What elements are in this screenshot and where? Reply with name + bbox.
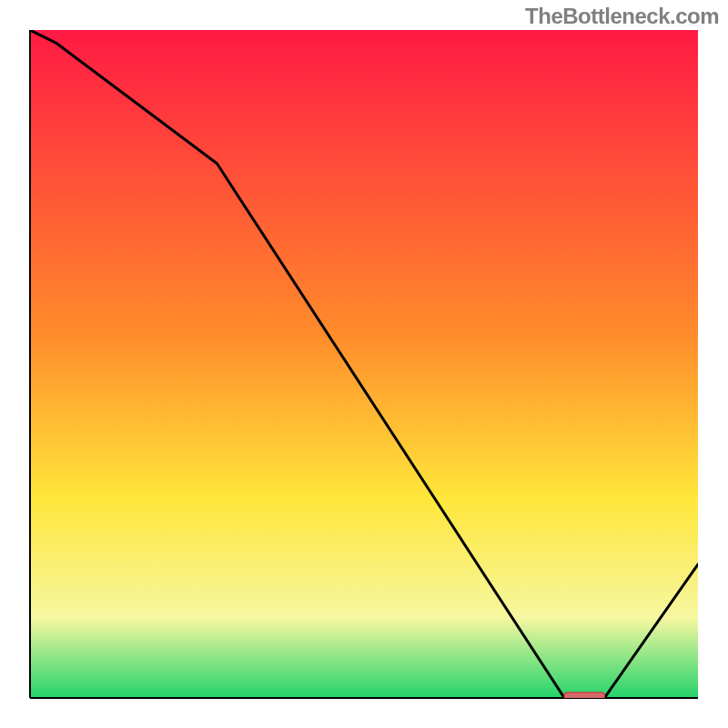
watermark-text: TheBottleneck.com <box>525 4 719 29</box>
plot-background <box>30 30 698 698</box>
chart-svg <box>0 0 728 728</box>
minimum-marker <box>564 693 604 701</box>
chart-container: TheBottleneck.com <box>0 0 728 728</box>
